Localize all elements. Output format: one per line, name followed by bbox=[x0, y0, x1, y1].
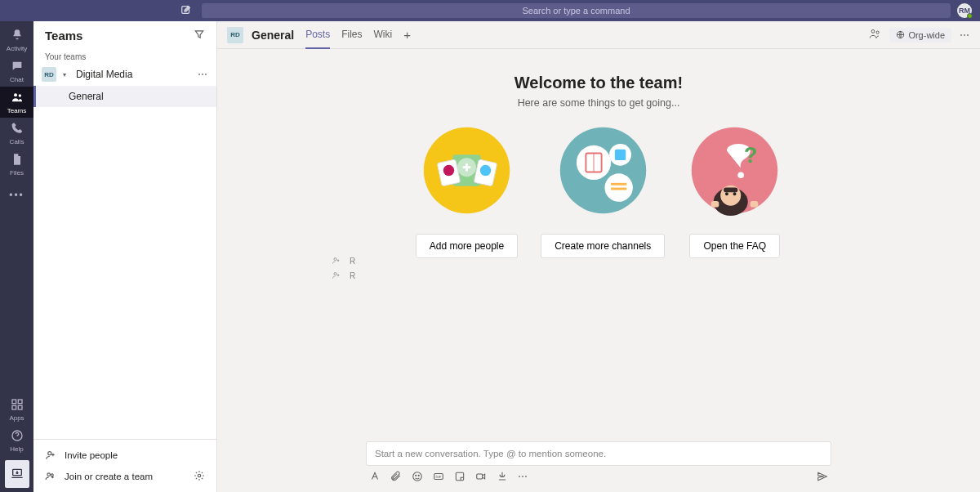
join-create-team-button[interactable]: Join or create a team bbox=[33, 466, 216, 487]
rail-more[interactable]: ••• bbox=[0, 180, 33, 211]
bell-icon bbox=[11, 29, 24, 44]
join-label: Join or create a team bbox=[65, 472, 153, 481]
welcome-title: Welcome to the team! bbox=[234, 74, 964, 92]
invite-label: Invite people bbox=[65, 450, 118, 460]
welcome-subtitle: Here are some things to get going... bbox=[234, 97, 964, 109]
compose-more-icon[interactable]: ⋯ bbox=[518, 471, 528, 482]
person-add-icon bbox=[332, 271, 341, 280]
svg-point-38 bbox=[733, 192, 737, 195]
rail-download-app[interactable] bbox=[5, 460, 29, 488]
section-your-teams: Your teams bbox=[33, 49, 216, 63]
teams-add-icon bbox=[45, 471, 56, 482]
tab-label: Wiki bbox=[374, 29, 393, 40]
rail-label: Chat bbox=[10, 76, 24, 83]
download-icon bbox=[11, 467, 24, 482]
svg-point-46 bbox=[418, 475, 419, 476]
globe-icon bbox=[896, 30, 905, 39]
compose-placeholder: Start a new conversation. Type @ to ment… bbox=[375, 449, 606, 458]
send-icon[interactable] bbox=[817, 471, 828, 482]
gif-icon[interactable]: GIF bbox=[433, 471, 444, 482]
gear-icon[interactable] bbox=[194, 470, 205, 483]
person-add-icon bbox=[332, 256, 341, 266]
rail-label: Apps bbox=[9, 414, 24, 422]
create-channels-button[interactable]: Create more channels bbox=[541, 234, 665, 258]
svg-point-45 bbox=[416, 475, 416, 476]
open-faq-button[interactable]: Open the FAQ bbox=[689, 234, 780, 258]
emoji-icon[interactable] bbox=[412, 471, 423, 482]
attach-icon[interactable] bbox=[390, 471, 402, 482]
svg-rect-30 bbox=[611, 183, 626, 186]
meet-now-icon[interactable] bbox=[475, 471, 487, 482]
rail-item-teams[interactable]: Teams bbox=[0, 87, 33, 118]
stream-icon[interactable] bbox=[497, 471, 508, 482]
new-chat-icon[interactable] bbox=[180, 4, 192, 18]
phone-icon bbox=[11, 122, 24, 137]
rail-item-chat[interactable]: Chat bbox=[0, 56, 33, 87]
add-people-button[interactable]: Add more people bbox=[416, 234, 518, 258]
rail-item-help[interactable]: Help bbox=[0, 425, 33, 456]
system-message-text: R bbox=[350, 271, 355, 280]
welcome-card: Welcome to the team! Here are some thing… bbox=[234, 74, 964, 258]
add-tab-icon[interactable]: + bbox=[400, 28, 414, 42]
filter-icon[interactable] bbox=[194, 29, 205, 42]
svg-point-43 bbox=[334, 273, 336, 275]
system-message-text: R bbox=[350, 257, 355, 266]
svg-point-20 bbox=[443, 165, 454, 176]
privacy-pill[interactable]: Org-wide bbox=[889, 28, 951, 42]
org-chart-icon[interactable] bbox=[869, 28, 881, 42]
rail-label: Help bbox=[10, 445, 23, 453]
sticker-icon[interactable] bbox=[454, 471, 466, 482]
channel-row-general[interactable]: General bbox=[33, 86, 216, 107]
search-placeholder-text: Search or type a command bbox=[522, 6, 630, 16]
card-create-channels: Create more channels bbox=[541, 123, 665, 258]
ellipsis-icon: ••• bbox=[9, 190, 24, 201]
system-message-row: R bbox=[332, 268, 355, 283]
tab-files[interactable]: Files bbox=[341, 21, 362, 49]
svg-point-34 bbox=[738, 172, 745, 178]
format-icon[interactable] bbox=[369, 471, 381, 482]
invite-people-button[interactable]: Invite people bbox=[33, 445, 216, 466]
channel-name: General bbox=[69, 91, 104, 102]
svg-point-10 bbox=[47, 473, 51, 476]
svg-rect-50 bbox=[477, 474, 483, 479]
svg-point-37 bbox=[725, 192, 728, 195]
rail-item-apps[interactable]: Apps bbox=[0, 394, 33, 425]
add-people-illustration bbox=[420, 123, 514, 217]
title-bar: Search or type a command RM bbox=[0, 0, 980, 21]
compose-area: Start a new conversation. Type @ to ment… bbox=[366, 441, 831, 482]
system-message-row: R bbox=[332, 253, 355, 268]
team-tile: RD bbox=[42, 67, 56, 82]
tab-wiki[interactable]: Wiki bbox=[374, 21, 393, 49]
card-open-faq: ? Open the FAQ bbox=[688, 123, 782, 258]
svg-rect-40 bbox=[711, 201, 719, 208]
svg-rect-4 bbox=[18, 400, 22, 404]
file-icon bbox=[11, 153, 24, 168]
faq-illustration: ? bbox=[688, 123, 782, 217]
svg-rect-31 bbox=[611, 188, 626, 190]
chevron-down-icon: ▾ bbox=[63, 71, 69, 78]
svg-point-42 bbox=[334, 258, 336, 261]
rail-item-calls[interactable]: Calls bbox=[0, 118, 33, 149]
tab-posts[interactable]: Posts bbox=[305, 21, 330, 49]
help-icon bbox=[11, 429, 24, 445]
panel-title: Teams bbox=[45, 29, 82, 42]
rail-item-activity[interactable]: Activity bbox=[0, 25, 33, 56]
user-avatar[interactable]: RM bbox=[957, 3, 972, 18]
rail-label: Activity bbox=[7, 45, 27, 52]
privacy-label: Org-wide bbox=[908, 30, 945, 40]
svg-point-44 bbox=[413, 472, 422, 481]
team-more-icon[interactable]: ⋯ bbox=[198, 69, 208, 80]
svg-point-14 bbox=[876, 31, 879, 34]
svg-rect-28 bbox=[615, 150, 626, 160]
channel-more-icon[interactable]: ⋯ bbox=[960, 29, 970, 41]
svg-rect-6 bbox=[18, 405, 22, 409]
svg-text:GIF: GIF bbox=[436, 475, 442, 479]
person-add-icon bbox=[45, 450, 56, 461]
compose-input[interactable]: Start a new conversation. Type @ to ment… bbox=[366, 441, 831, 466]
rail-item-files[interactable]: Files bbox=[0, 149, 33, 180]
chat-icon bbox=[11, 60, 24, 75]
app-rail: Activity Chat Teams Calls Files ••• Apps bbox=[0, 21, 33, 492]
team-row[interactable]: RD ▾ Digital Media ⋯ bbox=[33, 63, 216, 86]
search-input[interactable]: Search or type a command bbox=[202, 3, 951, 18]
teams-panel: Teams Your teams RD ▾ Digital Media ⋯ Ge… bbox=[33, 21, 217, 492]
